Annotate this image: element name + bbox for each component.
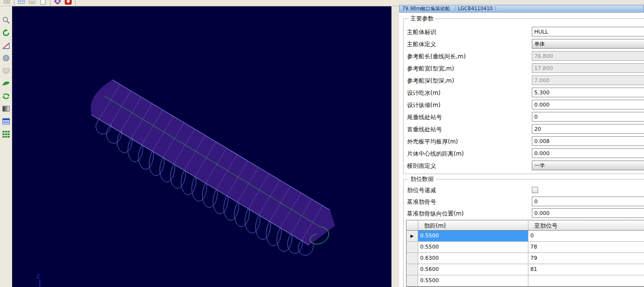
window-layout-icon[interactable] xyxy=(2,117,10,126)
group-label: 肋位数据 xyxy=(408,176,436,182)
param-label: 参考船深(型深,m) xyxy=(407,77,454,85)
z-axis-label: Z xyxy=(36,273,40,280)
cell-frame-number[interactable]: 0 xyxy=(528,231,644,241)
top-toolbar xyxy=(0,0,399,6)
open-icon[interactable] xyxy=(3,0,11,5)
toolbar-separator xyxy=(14,0,15,6)
form-row: 设计纵倾(m) xyxy=(399,99,644,111)
view-toolbar xyxy=(0,6,12,287)
cell-spacing[interactable]: 0.5600 xyxy=(418,264,528,275)
document-icon[interactable] xyxy=(39,0,47,5)
param-label: 肋位号递减 xyxy=(407,186,436,195)
cell-frame-number[interactable]: 81 xyxy=(528,264,644,275)
dropdown-value: 一半 xyxy=(534,162,545,169)
form-row: 尾垂线处站号 xyxy=(399,111,644,123)
form-row: 设计吃水(m) xyxy=(399,87,644,99)
panel-title-bar[interactable]: 79.98m敞口集装箱船 〈 LGCB4110410 〉 xyxy=(399,5,644,13)
form-row: 横剖面定义一半 xyxy=(399,160,644,172)
row-marker-header xyxy=(407,220,418,230)
form-row: 参考船深(型深,m) xyxy=(399,75,644,87)
param-label: 参考船长(垂线间长,m) xyxy=(407,53,466,61)
toolbar-separator xyxy=(75,0,76,6)
shade-icon[interactable] xyxy=(2,105,10,113)
param-input[interactable] xyxy=(532,112,644,122)
cell-spacing[interactable]: 0.5500 xyxy=(418,275,528,286)
row-marker-cell xyxy=(407,264,418,275)
table-row: 0.550078 xyxy=(407,242,644,253)
form-row: 肋位号递减 xyxy=(399,184,644,196)
zoom-icon[interactable] xyxy=(2,16,10,24)
book-icon[interactable] xyxy=(54,0,61,5)
param-input[interactable] xyxy=(532,88,644,97)
param-label: 基准肋骨纵向位置(m) xyxy=(407,210,464,218)
form-row: 参考船宽(型宽,m) xyxy=(399,63,644,74)
param-checkbox[interactable] xyxy=(532,187,538,193)
param-input xyxy=(532,75,644,85)
cell-frame-number[interactable] xyxy=(528,275,644,286)
hull-wireframe: Z xyxy=(12,6,391,287)
form-row: 片体中心线的距离(m) xyxy=(399,148,644,160)
cell-frame-number[interactable]: 78 xyxy=(528,242,644,252)
form-row: 首垂线处站号 xyxy=(399,124,644,135)
cell-frame-number[interactable]: 79 xyxy=(528,253,644,264)
param-input[interactable] xyxy=(532,100,644,109)
sphere-view-icon[interactable] xyxy=(2,54,10,62)
refresh-icon[interactable] xyxy=(2,29,10,37)
param-input[interactable] xyxy=(532,27,644,36)
param-label: 参考船宽(型宽,m) xyxy=(407,65,454,73)
table-header-row: 肋距(m)至肋位号 xyxy=(407,220,644,231)
param-input xyxy=(532,51,644,61)
delete-icon[interactable] xyxy=(65,0,72,5)
table-row: 0.630079 xyxy=(407,253,644,264)
row-marker-cell xyxy=(407,242,418,252)
table-row: 0.5500 xyxy=(407,275,644,287)
form-row: 主船体标识 xyxy=(399,26,644,38)
param-label: 设计吃水(m) xyxy=(407,89,441,97)
param-dropdown[interactable]: 单体 xyxy=(532,39,644,49)
param-input[interactable] xyxy=(532,197,644,206)
table-row: 0.560081 xyxy=(407,264,644,275)
param-label: 横剖面定义 xyxy=(407,162,436,170)
parameters-panel: 79.98m敞口集装箱船 〈 LGCB4110410 〉 主要参数主船体标识主船… xyxy=(399,0,644,287)
measure-icon[interactable] xyxy=(2,41,10,50)
param-label: 设计纵倾(m) xyxy=(407,101,441,109)
param-label: 外壳板平均板厚(m) xyxy=(407,138,458,146)
row-marker-cell xyxy=(407,253,418,264)
cell-spacing[interactable]: 0.5500 xyxy=(418,242,528,252)
panel-splitter[interactable] xyxy=(391,6,399,287)
param-input xyxy=(532,63,644,73)
form-row: 外壳板平均板厚(m) xyxy=(399,136,644,147)
param-label: 尾垂线处站号 xyxy=(407,113,442,122)
hull-3d-viewport[interactable]: Z xyxy=(12,6,391,287)
form-row: 主船体定义单体 xyxy=(399,38,644,50)
form-row: 参考船长(垂线间长,m) xyxy=(399,51,644,62)
cell-spacing[interactable]: 0.6300 xyxy=(418,253,528,264)
param-label: 主船体标识 xyxy=(407,28,436,36)
column-header[interactable]: 至肋位号 xyxy=(528,220,644,230)
cell-spacing[interactable]: 0.5500 xyxy=(418,231,528,241)
display-icon[interactable] xyxy=(2,67,10,75)
group-label: 主要参数 xyxy=(408,15,436,22)
frame-spacing-table: 肋距(m)至肋位号▶0.550000.5500780.6300790.56008… xyxy=(406,220,644,287)
row-marker-cell xyxy=(407,275,418,286)
toolbar-separator xyxy=(50,0,51,6)
form-row: 基准肋骨纵向位置(m) xyxy=(399,208,644,219)
param-label: 基准肋骨号 xyxy=(407,198,436,206)
table-view-icon[interactable] xyxy=(18,0,25,5)
param-input[interactable] xyxy=(532,208,644,218)
param-input[interactable] xyxy=(532,148,644,158)
param-input[interactable] xyxy=(532,136,644,146)
param-dropdown[interactable]: 一半 xyxy=(532,161,644,170)
column-header[interactable]: 肋距(m) xyxy=(418,220,528,230)
list-view-icon[interactable] xyxy=(29,0,36,5)
grid-icon[interactable] xyxy=(2,130,10,138)
param-label: 主船体定义 xyxy=(407,40,436,49)
dropdown-value: 单体 xyxy=(534,41,545,47)
param-label: 首垂线处站号 xyxy=(407,126,442,134)
pan-icon[interactable] xyxy=(2,79,10,88)
param-input[interactable] xyxy=(532,124,644,134)
rotate-icon[interactable] xyxy=(2,92,10,100)
table-row: ▶0.55000 xyxy=(407,231,644,242)
form-row: 基准肋骨号 xyxy=(399,196,644,208)
panel-top-strip xyxy=(399,0,644,5)
